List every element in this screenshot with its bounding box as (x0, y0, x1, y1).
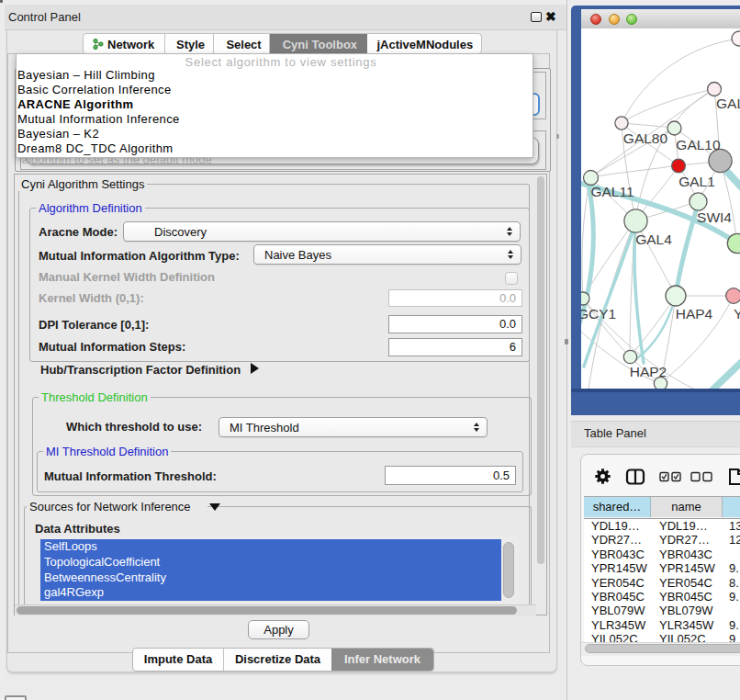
svg-text:GAL4: GAL4 (635, 231, 672, 247)
svg-text:GAL11: GAL11 (590, 184, 633, 199)
svg-text:GAL1: GAL1 (678, 174, 715, 189)
svg-text:GAL7: GAL7 (716, 96, 740, 111)
svg-text:SWI4: SWI4 (697, 209, 732, 225)
svg-text:HAP2: HAP2 (630, 364, 667, 379)
svg-text:HAP4: HAP4 (676, 306, 713, 322)
svg-text:GAL80: GAL80 (623, 130, 668, 146)
svg-text:YM: YM (734, 306, 740, 322)
svg-text:GCY1: GCY1 (581, 306, 616, 322)
svg-text:GAL10: GAL10 (676, 137, 721, 152)
